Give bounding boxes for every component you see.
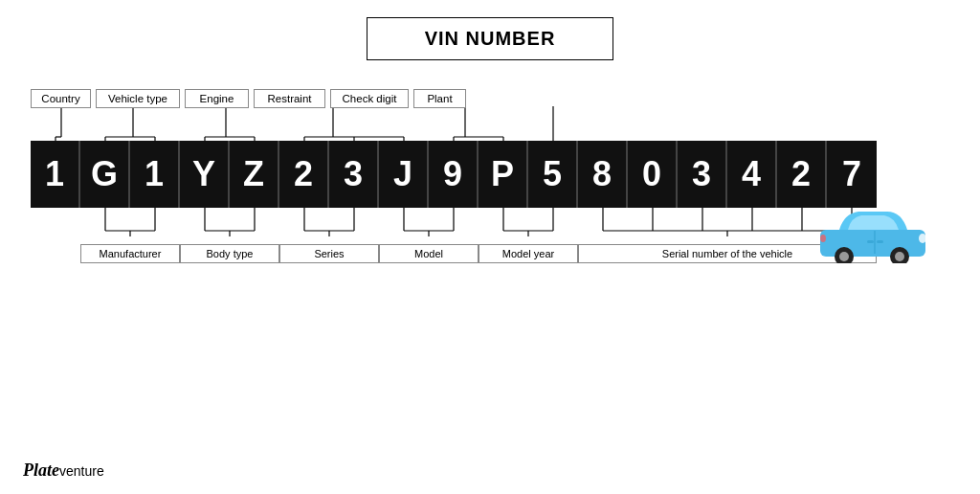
vin-char-1: G: [80, 141, 130, 208]
vin-char-3: Y: [180, 141, 230, 208]
vin-char-0: 1: [31, 141, 80, 208]
vin-char-5: 2: [279, 141, 329, 208]
svg-rect-58: [877, 240, 883, 243]
vin-char-14: 4: [727, 141, 777, 208]
vin-char-13: 3: [678, 141, 727, 208]
label-check-digit: Check digit: [330, 89, 409, 108]
label-vehicle-type: Vehicle type: [96, 89, 180, 108]
vin-char-12: 0: [628, 141, 678, 208]
vin-char-7: J: [379, 141, 429, 208]
vin-char-8: 9: [429, 141, 479, 208]
label-body-type: Body type: [180, 244, 279, 263]
vin-char-9: P: [479, 141, 528, 208]
svg-point-54: [919, 234, 926, 243]
title-box: VIN NUMBER: [367, 17, 614, 60]
label-country: Country: [31, 89, 91, 108]
vin-char-6: 3: [329, 141, 379, 208]
svg-rect-57: [867, 240, 874, 243]
label-plant: Plant: [413, 89, 466, 108]
brand-venture-text: venture: [59, 463, 104, 479]
label-engine: Engine: [185, 89, 249, 108]
label-manufacturer: Manufacturer: [80, 244, 180, 263]
svg-point-55: [820, 235, 826, 242]
label-model-year: Model year: [479, 244, 578, 263]
connectors-svg: [31, 81, 949, 369]
brand-plate-text: Plate: [23, 460, 59, 481]
vin-row: 1 G 1 Y Z 2 3 J 9 P 5 8 0 3 4 2 7: [31, 141, 949, 208]
vin-char-2: 1: [130, 141, 180, 208]
diagram-container: Country Vehicle type Engine Restraint Ch…: [31, 81, 949, 263]
car-illustration: [815, 196, 930, 267]
label-model: Model: [379, 244, 479, 263]
label-restraint: Restraint: [254, 89, 325, 108]
vin-char-11: 8: [578, 141, 628, 208]
bottom-labels-row: Manufacturer Body type Series Model Mode…: [31, 244, 949, 263]
vin-char-4: Z: [230, 141, 279, 208]
svg-point-53: [895, 252, 904, 261]
page-title: VIN NUMBER: [425, 28, 556, 49]
svg-point-51: [839, 252, 849, 261]
brand-watermark: Plate venture: [23, 460, 104, 481]
label-series: Series: [279, 244, 379, 263]
vin-char-10: 5: [528, 141, 578, 208]
